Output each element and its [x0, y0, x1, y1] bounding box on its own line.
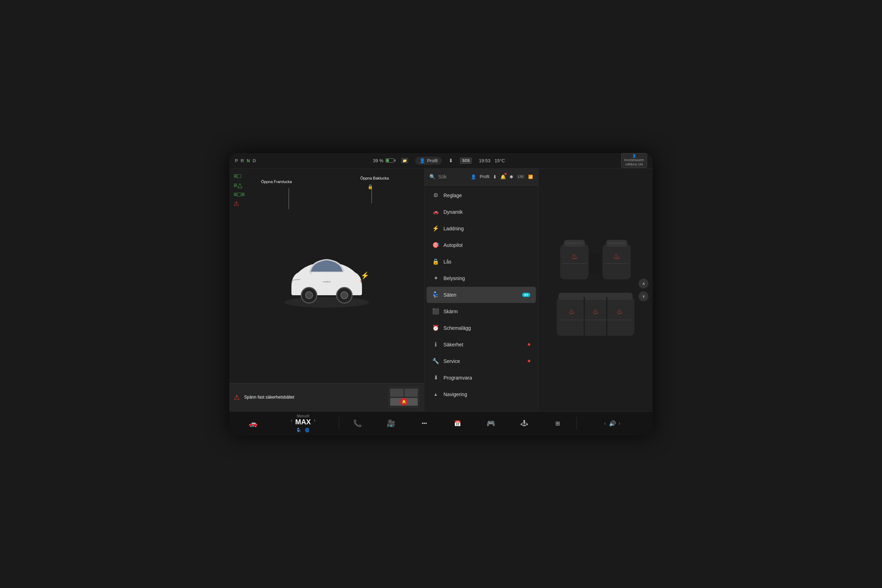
menu-item-service[interactable]: 🔧 Service — [426, 353, 536, 369]
battery-percent: 39 % — [373, 158, 384, 164]
profile-label: Profil — [427, 158, 438, 164]
saten-icon: 💺 — [432, 291, 439, 298]
menu-item-las[interactable]: 🔒 Lås — [426, 254, 536, 270]
menu-item-dynamik[interactable]: 🚗 Dynamik — [426, 204, 536, 220]
menu-item-saten[interactable]: 💺 Säten NY — [426, 287, 536, 303]
bottom-ac-item[interactable]: ‹ Manuell MAX › 💺 🌀 — [270, 414, 337, 432]
divider-2 — [576, 417, 577, 430]
time: 19:53 — [479, 158, 490, 164]
ac-seat-icon: 💺 — [296, 428, 301, 432]
menu-item-laddning[interactable]: ⚡ Laddning — [426, 220, 536, 237]
svg-rect-17 — [608, 242, 626, 244]
svg-point-5 — [341, 292, 348, 299]
ac-display: Manuell MAX — [295, 414, 311, 426]
bottom-joystick-icon: 🕹 — [521, 419, 528, 428]
battery-fill — [386, 159, 389, 162]
service-icon: 🔧 — [432, 358, 439, 364]
ac-label: Manuell — [295, 414, 311, 418]
bottom-game-icon: 🎮 — [486, 419, 495, 428]
bottom-apps-item[interactable]: ⊞ — [541, 420, 575, 427]
laddning-label: Laddning — [444, 226, 530, 231]
skarm-label: Skärm — [444, 309, 530, 314]
bottom-phone-icon: 📞 — [353, 419, 362, 428]
ac-value: MAX — [295, 418, 311, 426]
bottom-calendar-item[interactable]: 📅 — [441, 420, 474, 427]
bottom-apps-icon: ⊞ — [555, 420, 560, 427]
volume-icon[interactable]: 🔊 — [609, 420, 616, 427]
sakerhet-icon: ℹ — [432, 341, 439, 348]
menu-item-autopilot[interactable]: 🎯 Autopilot — [426, 237, 536, 253]
ac-increase-button[interactable]: › — [314, 417, 315, 423]
reglage-icon: ⚙ — [432, 192, 439, 199]
sakerhet-label: Säkerhet — [444, 342, 524, 348]
svg-text:♨: ♨ — [592, 308, 599, 315]
battery-info: 39 % — [373, 158, 394, 164]
svg-rect-9 — [326, 281, 331, 282]
lte-badge: LTE — [517, 175, 525, 179]
ac-sub-icons: 💺 🌀 — [296, 428, 310, 432]
svg-point-3 — [306, 292, 313, 299]
bottom-camera-item[interactable]: 🎥 — [374, 419, 408, 428]
bottom-volume-item: ‹ 🔊 › — [579, 420, 646, 427]
menu-item-reglage[interactable]: ⚙ Reglage — [426, 187, 536, 204]
navigering-icon: ▲ — [432, 392, 439, 397]
download-icon-top[interactable]: ⬇ — [449, 158, 453, 164]
charge-bolt-icon: ⚡ — [360, 271, 369, 280]
menu-item-navigering[interactable]: ▲ Navigering — [426, 386, 536, 402]
menu-item-sakerhet[interactable]: ℹ Säkerhet — [426, 336, 536, 353]
center-menu: 🔍 Sök 👤 Profil ⬇ 🔔 ✱ LTE 📶 — [424, 169, 538, 411]
signal-icon: 📶 — [528, 175, 533, 179]
profile-button[interactable]: 👤 Profil — [415, 157, 442, 165]
header-bell-icon[interactable]: 🔔 — [500, 174, 506, 180]
screen: P R N D 39 % 📁 👤 Profil ⬇ SOS — [230, 153, 652, 435]
skarm-icon: ⬛ — [432, 308, 439, 315]
header-profile-icon: 👤 — [471, 174, 476, 180]
seat-mini-rear: 🔔 — [390, 398, 418, 406]
menu-item-belysning[interactable]: ✦ Belysning — [426, 270, 536, 286]
bottom-game-item[interactable]: 🎮 — [474, 419, 508, 428]
menu-item-programvara[interactable]: ⬇ Programvara — [426, 370, 536, 386]
seat-heating-diagram: ♨ ♨ — [553, 234, 638, 346]
saten-label: Säten — [444, 292, 518, 298]
menu-list: ⚙ Reglage 🚗 Dynamik ⚡ Laddning 🎯 Autopil… — [424, 186, 538, 411]
reglage-label: Reglage — [444, 193, 530, 198]
search-icon: 🔍 — [429, 174, 435, 180]
search-bar: 🔍 Sök 👤 Profil ⬇ 🔔 ✱ LTE 📶 — [424, 169, 538, 186]
sos-badge[interactable]: SOS — [460, 158, 472, 164]
bell-dot — [504, 173, 507, 175]
menu-item-skarm[interactable]: ⬛ Skärm — [426, 303, 536, 320]
bottom-phone-item[interactable]: 📞 — [341, 419, 375, 428]
battery-icon — [386, 158, 394, 163]
programvara-label: Programvara — [444, 375, 530, 381]
bottom-car-item[interactable]: 🚗 — [236, 419, 270, 428]
service-dot — [528, 360, 530, 362]
framlucka-label: Öppna Framlucka — [261, 179, 292, 184]
scroll-down-button[interactable]: ∨ — [639, 291, 648, 301]
svg-text:♨: ♨ — [616, 308, 623, 315]
svg-text:♨: ♨ — [613, 252, 620, 261]
temperature: 15°C — [495, 158, 505, 164]
header-profile-label[interactable]: Profil — [480, 174, 489, 179]
svg-rect-12 — [566, 242, 583, 244]
volume-next-button[interactable]: › — [619, 420, 621, 426]
volume-prev-button[interactable]: ‹ — [604, 420, 606, 426]
sakerhet-dot — [528, 343, 530, 346]
svg-rect-15 — [603, 244, 631, 279]
header-bluetooth-icon[interactable]: ✱ — [510, 174, 513, 180]
bottom-more-icon: ••• — [422, 420, 427, 426]
passenger-label: PASSENGERAIRBAG ON — [624, 158, 644, 166]
car-active-dot — [252, 425, 254, 427]
menu-item-schelagg[interactable]: ⏰ Schemalägg — [426, 320, 536, 336]
seat-alert-badge: 🔔 — [400, 398, 408, 406]
header-download-icon[interactable]: ⬇ — [493, 174, 497, 180]
ac-decrease-button[interactable]: ‹ — [291, 417, 292, 423]
seat-mini-fl — [390, 389, 404, 397]
autopilot-label: Autopilot — [444, 242, 530, 248]
ac-fan-icon: 🌀 — [305, 428, 310, 432]
ac-control: ‹ Manuell MAX › — [291, 414, 315, 426]
folder-icon[interactable]: 📁 — [401, 158, 408, 164]
bottom-more-item[interactable]: ••• — [408, 420, 441, 426]
scroll-up-button[interactable]: ∧ — [639, 279, 648, 288]
search-placeholder[interactable]: Sök — [438, 174, 468, 180]
bottom-joystick-item[interactable]: 🕹 — [508, 419, 541, 428]
